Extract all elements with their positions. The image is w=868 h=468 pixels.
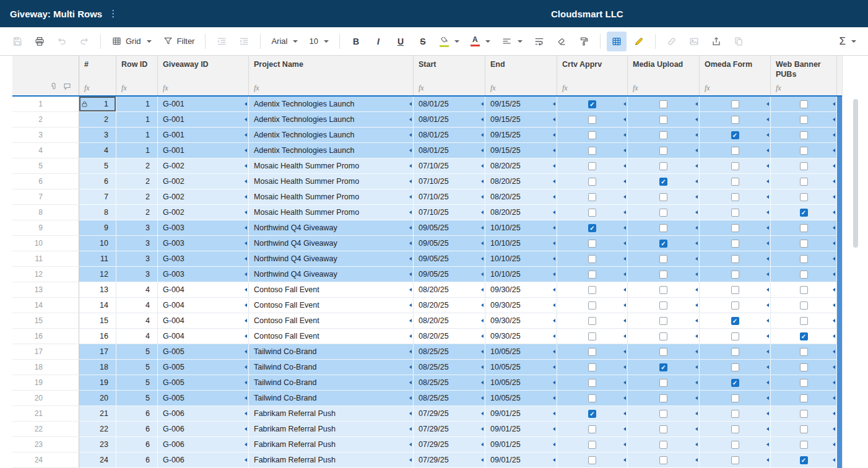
checkbox-unchecked[interactable] (588, 394, 596, 402)
cell-start[interactable]: 08/01/25 (414, 97, 485, 112)
cell-omeda[interactable] (700, 189, 771, 205)
cell-start[interactable]: 08/25/25 (414, 391, 485, 406)
cell-end[interactable]: 09/30/25 (485, 313, 557, 329)
checkbox-unchecked[interactable] (731, 224, 739, 232)
column-header-end[interactable]: Endfx (485, 56, 557, 95)
cell-end[interactable]: 09/15/25 (485, 143, 557, 158)
copy-button[interactable] (729, 32, 749, 51)
column-header-omeda[interactable]: Omeda Formfx (700, 56, 771, 95)
cell-media[interactable] (628, 360, 700, 375)
cell-row_id[interactable]: 4 (116, 282, 158, 298)
cell-crtv[interactable] (557, 437, 628, 453)
cell-end[interactable]: 09/01/25 (485, 406, 557, 422)
cell-omeda[interactable] (700, 360, 771, 375)
cell-web[interactable] (771, 97, 837, 112)
cell-crtv[interactable] (557, 128, 628, 143)
row-number[interactable]: 20 (12, 391, 79, 406)
cell-project[interactable]: Adentix Technologies Launch (249, 128, 414, 143)
checkbox-unchecked[interactable] (588, 162, 596, 170)
cell-n[interactable]: 24 (79, 453, 116, 468)
checkbox-unchecked[interactable] (731, 363, 739, 371)
cell-n[interactable]: 21 (79, 406, 116, 422)
checkbox-unchecked[interactable] (731, 209, 739, 217)
cell-row_id[interactable]: 2 (116, 174, 158, 189)
cell-start[interactable]: 08/25/25 (414, 360, 485, 375)
checkbox-unchecked[interactable] (588, 363, 596, 371)
cell-omeda[interactable] (700, 406, 771, 422)
checkbox-checked[interactable] (588, 410, 596, 418)
cell-row_id[interactable]: 5 (116, 391, 158, 406)
cell-gid[interactable]: G-004 (158, 313, 249, 329)
row-number[interactable]: 9 (12, 220, 79, 236)
cell-media[interactable] (628, 158, 700, 174)
cell-web[interactable] (771, 143, 837, 158)
cell-crtv[interactable] (557, 329, 628, 344)
column-header-gid[interactable]: Giveaway IDfx (158, 56, 249, 95)
row-number[interactable]: 11 (12, 251, 79, 267)
cell-project[interactable]: Northwind Q4 Giveaway (249, 267, 414, 282)
cell-media[interactable] (628, 236, 700, 251)
italic-button[interactable]: I (368, 32, 388, 51)
cell-web[interactable] (771, 329, 837, 344)
cell-media[interactable] (628, 267, 700, 282)
checkbox-unchecked[interactable] (659, 441, 667, 449)
checkbox-unchecked[interactable] (588, 131, 596, 139)
row-number[interactable]: 5 (12, 158, 79, 174)
row-number[interactable]: 10 (12, 236, 79, 251)
cell-crtv[interactable] (557, 282, 628, 298)
column-header-n[interactable]: #fx (79, 56, 116, 95)
cell-web[interactable] (771, 174, 837, 189)
cell-row_id[interactable]: 1 (116, 128, 158, 143)
cell-media[interactable] (628, 453, 700, 468)
cell-row_id[interactable]: 1 (116, 143, 158, 158)
cell-row_id[interactable]: 3 (116, 220, 158, 236)
cell-row_id[interactable]: 3 (116, 251, 158, 267)
cell-row_id[interactable]: 4 (116, 298, 158, 313)
row-number[interactable]: 14 (12, 298, 79, 313)
cell-media[interactable] (628, 128, 700, 143)
cell-end[interactable]: 10/05/25 (485, 344, 557, 360)
row-number[interactable]: 23 (12, 437, 79, 453)
checkbox-unchecked[interactable] (800, 317, 808, 325)
checkbox-unchecked[interactable] (800, 178, 808, 186)
cell-media[interactable] (628, 313, 700, 329)
cell-row_id[interactable]: 5 (116, 360, 158, 375)
cell-end[interactable]: 09/01/25 (485, 453, 557, 468)
cell-start[interactable]: 08/01/25 (414, 128, 485, 143)
checkbox-unchecked[interactable] (659, 410, 667, 418)
cell-project[interactable]: Contoso Fall Event (249, 329, 414, 344)
cell-crtv[interactable] (557, 453, 628, 468)
checkbox-unchecked[interactable] (588, 332, 596, 340)
cell-row_id[interactable]: 6 (116, 453, 158, 468)
cell-media[interactable] (628, 344, 700, 360)
checkbox-unchecked[interactable] (731, 240, 739, 248)
cell-omeda[interactable] (700, 112, 771, 128)
checkbox-unchecked[interactable] (731, 271, 739, 279)
checkbox-unchecked[interactable] (659, 271, 667, 279)
row-number[interactable]: 8 (12, 205, 79, 220)
cell-end[interactable]: 10/10/25 (485, 220, 557, 236)
checkbox-unchecked[interactable] (800, 410, 808, 418)
cell-web[interactable] (771, 158, 837, 174)
cell-web[interactable] (771, 189, 837, 205)
cell-media[interactable] (628, 174, 700, 189)
cell-start[interactable]: 08/25/25 (414, 375, 485, 391)
checkbox-unchecked[interactable] (800, 286, 808, 294)
row-number[interactable]: 4 (12, 143, 79, 158)
cell-end[interactable]: 10/10/25 (485, 236, 557, 251)
cell-row_id[interactable]: 4 (116, 329, 158, 344)
cell-start[interactable]: 07/10/25 (414, 189, 485, 205)
cell-crtv[interactable] (557, 251, 628, 267)
cell-end[interactable]: 09/01/25 (485, 437, 557, 453)
cell-gid[interactable]: G-002 (158, 205, 249, 220)
cell-web[interactable] (771, 391, 837, 406)
row-number[interactable]: 6 (12, 174, 79, 189)
cell-start[interactable]: 09/05/25 (414, 236, 485, 251)
cell-web[interactable] (771, 453, 837, 468)
checkbox-unchecked[interactable] (588, 301, 596, 310)
cell-web[interactable] (771, 128, 837, 143)
filter-button[interactable]: Filter (158, 32, 199, 51)
cell-n[interactable]: 10 (79, 236, 116, 251)
checkbox-unchecked[interactable] (659, 193, 667, 201)
cell-gid[interactable]: G-003 (158, 251, 249, 267)
